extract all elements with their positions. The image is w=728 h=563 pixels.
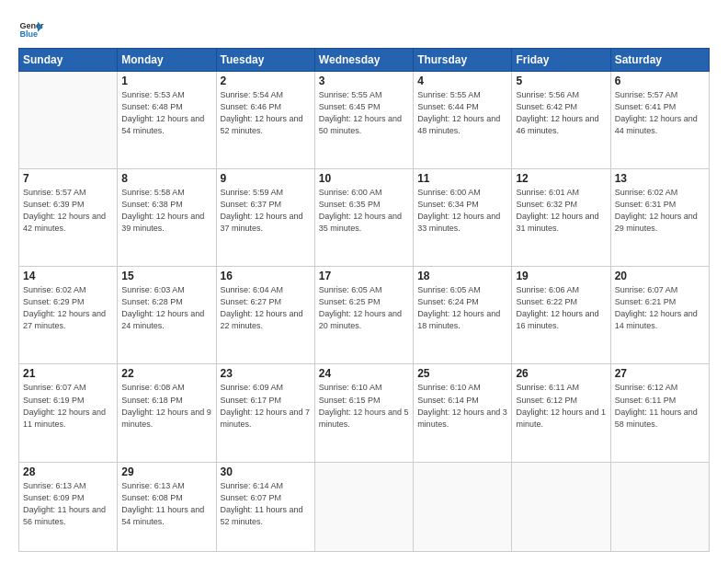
calendar-week-row: 21Sunrise: 6:07 AMSunset: 6:19 PMDayligh… (19, 364, 710, 462)
day-number: 28 (23, 465, 113, 478)
weekday-header-monday: Monday (118, 49, 216, 72)
calendar-table: SundayMondayTuesdayWednesdayThursdayFrid… (18, 48, 710, 552)
calendar-day-cell: 15Sunrise: 6:03 AMSunset: 6:28 PMDayligh… (118, 267, 216, 364)
calendar-day-cell: 5Sunrise: 5:56 AMSunset: 6:42 PMDaylight… (512, 72, 610, 169)
weekday-header-wednesday: Wednesday (314, 49, 413, 72)
day-number: 29 (121, 465, 211, 478)
day-info: Sunrise: 6:08 AMSunset: 6:18 PMDaylight:… (121, 382, 211, 430)
calendar-day-cell: 18Sunrise: 6:05 AMSunset: 6:24 PMDayligh… (414, 267, 512, 364)
day-number: 21 (23, 367, 113, 380)
day-number: 12 (516, 172, 606, 185)
header: General Blue (18, 17, 710, 42)
calendar-day-cell: 7Sunrise: 5:57 AMSunset: 6:39 PMDaylight… (19, 169, 118, 267)
day-info: Sunrise: 6:00 AMSunset: 6:34 PMDaylight:… (417, 187, 507, 235)
day-number: 1 (121, 75, 211, 87)
calendar-day-cell: 1Sunrise: 5:53 AMSunset: 6:48 PMDaylight… (118, 72, 216, 169)
day-info: Sunrise: 6:13 AMSunset: 6:09 PMDaylight:… (23, 480, 113, 528)
calendar-day-cell (19, 72, 118, 169)
day-number: 23 (221, 367, 311, 380)
calendar-day-cell: 21Sunrise: 6:07 AMSunset: 6:19 PMDayligh… (19, 364, 118, 462)
day-number: 11 (417, 172, 507, 185)
calendar-day-cell: 8Sunrise: 5:58 AMSunset: 6:38 PMDaylight… (118, 169, 216, 267)
day-info: Sunrise: 6:05 AMSunset: 6:24 PMDaylight:… (417, 284, 507, 332)
day-number: 27 (615, 367, 705, 380)
calendar-day-cell: 4Sunrise: 5:55 AMSunset: 6:44 PMDaylight… (414, 72, 512, 169)
day-info: Sunrise: 5:54 AMSunset: 6:46 PMDaylight:… (221, 89, 311, 137)
day-info: Sunrise: 5:58 AMSunset: 6:38 PMDaylight:… (121, 187, 211, 235)
day-number: 25 (417, 367, 507, 380)
day-info: Sunrise: 6:14 AMSunset: 6:07 PMDaylight:… (221, 480, 311, 528)
day-number: 2 (221, 75, 311, 87)
day-info: Sunrise: 5:57 AMSunset: 6:41 PMDaylight:… (615, 89, 705, 137)
day-number: 22 (121, 367, 211, 380)
day-number: 24 (319, 367, 409, 380)
calendar-week-row: 28Sunrise: 6:13 AMSunset: 6:09 PMDayligh… (19, 462, 710, 551)
svg-text:Blue: Blue (19, 29, 38, 39)
calendar-day-cell: 27Sunrise: 6:12 AMSunset: 6:11 PMDayligh… (610, 364, 709, 462)
calendar-day-cell: 22Sunrise: 6:08 AMSunset: 6:18 PMDayligh… (118, 364, 216, 462)
calendar-day-cell: 9Sunrise: 5:59 AMSunset: 6:37 PMDaylight… (216, 169, 314, 267)
weekday-header-row: SundayMondayTuesdayWednesdayThursdayFrid… (19, 49, 710, 72)
weekday-header-sunday: Sunday (19, 49, 118, 72)
calendar-week-row: 1Sunrise: 5:53 AMSunset: 6:48 PMDaylight… (19, 72, 710, 169)
day-info: Sunrise: 5:56 AMSunset: 6:42 PMDaylight:… (516, 89, 606, 137)
day-number: 20 (615, 270, 705, 282)
day-number: 5 (516, 75, 606, 87)
day-number: 30 (221, 465, 311, 478)
calendar-day-cell: 16Sunrise: 6:04 AMSunset: 6:27 PMDayligh… (216, 267, 314, 364)
day-info: Sunrise: 6:10 AMSunset: 6:14 PMDaylight:… (417, 382, 507, 430)
day-info: Sunrise: 5:55 AMSunset: 6:44 PMDaylight:… (417, 89, 507, 137)
calendar-day-cell: 29Sunrise: 6:13 AMSunset: 6:08 PMDayligh… (118, 462, 216, 551)
day-number: 4 (417, 75, 507, 87)
day-info: Sunrise: 6:05 AMSunset: 6:25 PMDaylight:… (319, 284, 409, 332)
calendar-day-cell: 3Sunrise: 5:55 AMSunset: 6:45 PMDaylight… (314, 72, 413, 169)
day-number: 15 (121, 270, 211, 282)
calendar-day-cell: 28Sunrise: 6:13 AMSunset: 6:09 PMDayligh… (19, 462, 118, 551)
logo-icon: General Blue (18, 17, 44, 42)
calendar-day-cell: 30Sunrise: 6:14 AMSunset: 6:07 PMDayligh… (216, 462, 314, 551)
logo: General Blue (18, 17, 44, 42)
day-info: Sunrise: 6:13 AMSunset: 6:08 PMDaylight:… (121, 480, 211, 528)
day-number: 17 (319, 270, 409, 282)
calendar-day-cell: 13Sunrise: 6:02 AMSunset: 6:31 PMDayligh… (610, 169, 709, 267)
day-info: Sunrise: 6:03 AMSunset: 6:28 PMDaylight:… (121, 284, 211, 332)
day-number: 26 (516, 367, 606, 380)
day-number: 19 (516, 270, 606, 282)
day-number: 13 (615, 172, 705, 185)
day-info: Sunrise: 6:06 AMSunset: 6:22 PMDaylight:… (516, 284, 606, 332)
weekday-header-friday: Friday (512, 49, 610, 72)
day-info: Sunrise: 6:00 AMSunset: 6:35 PMDaylight:… (319, 187, 409, 235)
calendar-day-cell: 23Sunrise: 6:09 AMSunset: 6:17 PMDayligh… (216, 364, 314, 462)
day-info: Sunrise: 5:59 AMSunset: 6:37 PMDaylight:… (221, 187, 311, 235)
page: General Blue SundayMondayTuesdayWednesda… (0, 0, 728, 563)
day-info: Sunrise: 5:55 AMSunset: 6:45 PMDaylight:… (319, 89, 409, 137)
day-number: 3 (319, 75, 409, 87)
calendar-day-cell: 19Sunrise: 6:06 AMSunset: 6:22 PMDayligh… (512, 267, 610, 364)
day-number: 10 (319, 172, 409, 185)
calendar-day-cell (414, 462, 512, 551)
day-number: 9 (221, 172, 311, 185)
day-info: Sunrise: 6:01 AMSunset: 6:32 PMDaylight:… (516, 187, 606, 235)
calendar-day-cell: 14Sunrise: 6:02 AMSunset: 6:29 PMDayligh… (19, 267, 118, 364)
calendar-day-cell: 25Sunrise: 6:10 AMSunset: 6:14 PMDayligh… (414, 364, 512, 462)
calendar-day-cell (512, 462, 610, 551)
calendar-day-cell: 12Sunrise: 6:01 AMSunset: 6:32 PMDayligh… (512, 169, 610, 267)
day-info: Sunrise: 6:02 AMSunset: 6:29 PMDaylight:… (23, 284, 113, 332)
day-info: Sunrise: 6:02 AMSunset: 6:31 PMDaylight:… (615, 187, 705, 235)
calendar-week-row: 14Sunrise: 6:02 AMSunset: 6:29 PMDayligh… (19, 267, 710, 364)
calendar-day-cell (314, 462, 413, 551)
day-number: 18 (417, 270, 507, 282)
calendar-week-row: 7Sunrise: 5:57 AMSunset: 6:39 PMDaylight… (19, 169, 710, 267)
calendar-day-cell: 17Sunrise: 6:05 AMSunset: 6:25 PMDayligh… (314, 267, 413, 364)
calendar-day-cell: 10Sunrise: 6:00 AMSunset: 6:35 PMDayligh… (314, 169, 413, 267)
day-info: Sunrise: 6:04 AMSunset: 6:27 PMDaylight:… (221, 284, 311, 332)
calendar-day-cell: 24Sunrise: 6:10 AMSunset: 6:15 PMDayligh… (314, 364, 413, 462)
weekday-header-saturday: Saturday (610, 49, 709, 72)
day-info: Sunrise: 5:53 AMSunset: 6:48 PMDaylight:… (121, 89, 211, 137)
calendar-day-cell: 26Sunrise: 6:11 AMSunset: 6:12 PMDayligh… (512, 364, 610, 462)
weekday-header-thursday: Thursday (414, 49, 512, 72)
day-info: Sunrise: 6:07 AMSunset: 6:19 PMDaylight:… (23, 382, 113, 430)
calendar-day-cell: 20Sunrise: 6:07 AMSunset: 6:21 PMDayligh… (610, 267, 709, 364)
day-number: 7 (23, 172, 113, 185)
day-info: Sunrise: 5:57 AMSunset: 6:39 PMDaylight:… (23, 187, 113, 235)
